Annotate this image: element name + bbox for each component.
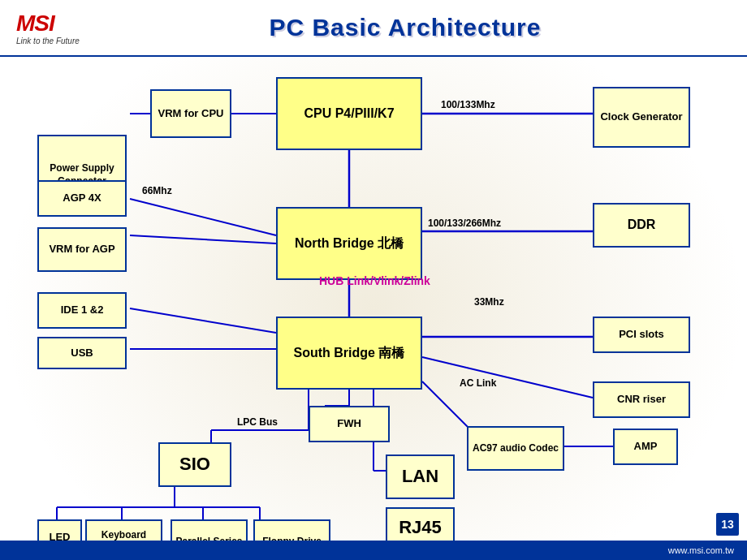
box-ac97: AC97 audio Codec: [467, 426, 564, 471]
box-cnr: CNR riser: [593, 381, 690, 418]
header: MSI Link to the Future PC Basic Architec…: [0, 0, 747, 57]
box-south-bridge: South Bridge 南橋: [276, 317, 422, 390]
box-agp: AGP 4X: [37, 180, 127, 217]
box-cpu: CPU P4/PIII/K7: [276, 77, 422, 150]
logo-sub: Link to the Future: [16, 37, 80, 45]
label-100-133-266mhz: 100/133/266Mhz: [428, 218, 501, 229]
box-ddr: DDR: [593, 203, 690, 248]
label-hub-link: HUB Link/Vlink/Zlink: [319, 274, 430, 287]
svg-line-14: [422, 381, 471, 430]
svg-line-5: [130, 235, 276, 243]
label-66mhz: 66Mhz: [142, 185, 172, 196]
label-100-133mhz: 100/133Mhz: [441, 99, 495, 110]
logo-msi: MSI: [16, 11, 54, 37]
diagram: 100/133Mhz 66Mhz 100/133/266Mhz HUB Link…: [0, 57, 747, 541]
logo-area: MSI Link to the Future: [16, 11, 80, 45]
box-amp: AMP: [613, 429, 678, 465]
box-vrm-cpu: VRM for CPU: [150, 89, 231, 138]
slide-number: 13: [716, 513, 739, 536]
svg-line-8: [130, 308, 276, 333]
footer: www.msi.com.tw: [0, 541, 747, 560]
svg-line-13: [422, 357, 593, 398]
box-ide: IDE 1 &2: [37, 292, 127, 329]
label-ac-link: AC Link: [460, 377, 496, 389]
label-lpc-bus: LPC Bus: [237, 416, 278, 428]
svg-line-4: [130, 199, 276, 235]
box-clock-generator: Clock Generator: [593, 87, 690, 148]
box-sio: SIO: [158, 442, 231, 487]
page-title: PC Basic Architecture: [80, 14, 731, 41]
box-lan: LAN: [386, 454, 455, 499]
box-usb: USB: [37, 337, 127, 369]
box-pci: PCI slots: [593, 317, 690, 353]
label-33mhz: 33Mhz: [474, 296, 504, 308]
box-vrm-agp: VRM for AGP: [37, 227, 127, 272]
box-fwh: FWH: [309, 406, 390, 442]
footer-url: www.msi.com.tw: [668, 545, 734, 555]
box-north-bridge: North Bridge 北橋: [276, 207, 422, 280]
